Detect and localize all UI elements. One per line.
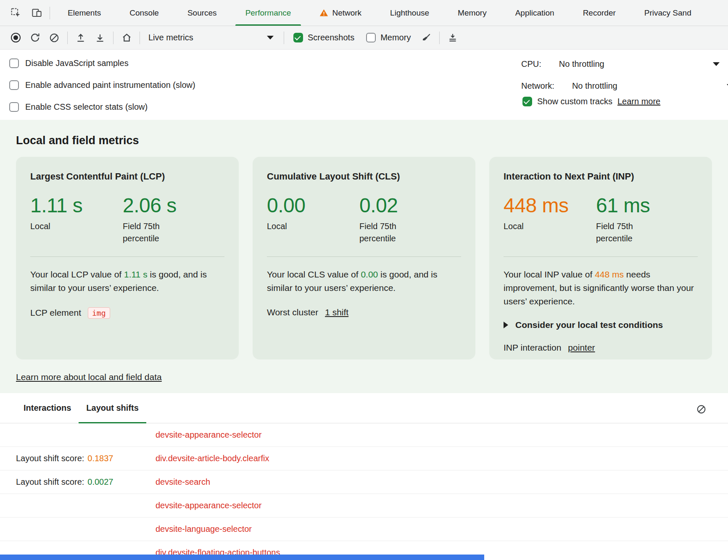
lcp-desc-value: 1.11 s (124, 269, 148, 279)
lcp-local-label: Local (30, 220, 123, 232)
network-throttling-row: Network: No throttling (521, 77, 728, 95)
cls-worst-cluster-link[interactable]: 1 shift (325, 307, 348, 317)
tab-label: Elements (68, 8, 101, 18)
tab-lighthouse[interactable]: Lighthouse (376, 0, 443, 26)
screenshots-checkbox[interactable] (293, 33, 303, 42)
cpu-throttling-row: CPU: No throttling (521, 55, 720, 73)
tab-sources[interactable]: Sources (173, 0, 231, 26)
log-tab-bar: Interactions Layout shifts (0, 393, 728, 423)
css-selector-stats-checkbox[interactable] (9, 102, 19, 112)
tab-memory[interactable]: Memory (443, 0, 501, 26)
memory-checkbox[interactable] (366, 33, 376, 42)
element-link[interactable]: devsite-appearance-selector (156, 430, 261, 440)
tab-elements[interactable]: Elements (53, 0, 115, 26)
clear-button[interactable] (45, 29, 64, 47)
inspect-element-button[interactable] (6, 4, 25, 22)
layout-shift-row[interactable]: Layout shift score:0.0027 devsite-search (0, 470, 728, 494)
tabbar-icon-group (0, 0, 46, 26)
tab-network[interactable]: Network (305, 0, 376, 26)
tab-label: Sources (187, 8, 217, 18)
lcp-local-value: 1.11 s (30, 195, 123, 217)
memory-toggle[interactable]: Memory (366, 33, 411, 42)
advanced-paint-checkbox[interactable] (9, 80, 19, 90)
lcp-field-label: Field 75th percentile (123, 220, 181, 245)
lcp-element-node-link[interactable]: img (88, 307, 110, 319)
learn-more-link[interactable]: Learn more (617, 97, 660, 106)
expander-label: Consider your local test conditions (515, 320, 663, 330)
tab-label: Network (332, 8, 361, 18)
advanced-paint-label: Enable advanced paint instrumentation (s… (25, 80, 195, 90)
local-test-conditions-expander[interactable]: Consider your local test conditions (504, 320, 698, 330)
record-and-reload-button[interactable] (25, 29, 45, 47)
cls-desc-value: 0.00 (361, 269, 378, 279)
live-metrics-log: Interactions Layout shifts devsite-appea… (0, 393, 728, 560)
block-icon (49, 32, 60, 43)
element-link[interactable]: devsite-language-selector (156, 524, 252, 534)
capture-settings-panel: Disable JavaScript samples Enable advanc… (0, 50, 728, 120)
learn-more-local-field-link[interactable]: Learn more about local and field data (16, 372, 162, 382)
lcp-field-value: 2.06 s (123, 195, 181, 217)
inp-local-label: Local (504, 220, 596, 232)
tab-performance[interactable]: Performance (231, 0, 306, 26)
gc-brush-button[interactable] (417, 29, 436, 47)
tab-privacy-sandbox[interactable]: Privacy Sand (630, 0, 706, 26)
network-throttling-select[interactable]: No throttling (572, 81, 617, 91)
element-link[interactable]: div.devsite-article-body.clearfix (156, 454, 269, 463)
download-icon (95, 32, 106, 43)
tab-label: Application (515, 8, 554, 18)
tab-application[interactable]: Application (501, 0, 569, 26)
divider (30, 256, 224, 257)
inp-local-value: 448 ms (504, 195, 596, 217)
show-custom-tracks-row[interactable]: Show custom tracks Learn more (522, 97, 660, 106)
cpu-throttling-select[interactable]: No throttling (559, 59, 604, 69)
inp-field-label: Field 75th percentile (596, 220, 654, 245)
layout-shift-row[interactable]: devsite-appearance-selector (0, 494, 728, 518)
separator (439, 32, 440, 44)
element-link[interactable]: devsite-search (156, 477, 210, 487)
lcp-description: Your local LCP value of 1.11 s is good, … (30, 268, 224, 295)
layout-shift-score: Layout shift score:0.1837 (16, 454, 156, 463)
upload-icon (75, 32, 86, 43)
clear-log-button[interactable] (694, 402, 709, 417)
device-toolbar-icon (31, 7, 42, 18)
live-metrics-home-button[interactable] (117, 29, 136, 47)
screenshots-toggle[interactable]: Screenshots (293, 33, 354, 42)
lcp-desc-text: Your local LCP value of (30, 269, 124, 279)
bottom-selection-bar (0, 555, 484, 560)
record-button[interactable] (6, 29, 25, 47)
inp-interaction-link[interactable]: pointer (568, 343, 595, 353)
cls-desc-text: Your local CLS value of (267, 269, 361, 279)
lcp-field-column: 2.06 s Field 75th percentile (123, 195, 181, 245)
tab-console[interactable]: Console (115, 0, 173, 26)
element-link[interactable]: devsite-appearance-selector (156, 501, 261, 510)
layout-shift-row[interactable]: devsite-appearance-selector (0, 423, 728, 447)
tab-label: Performance (245, 8, 291, 18)
reload-icon (29, 32, 41, 43)
show-custom-tracks-checkbox[interactable] (522, 97, 532, 106)
layout-shift-row[interactable]: Layout shift score:0.1837 div.devsite-ar… (0, 447, 728, 470)
live-metrics-dropdown[interactable]: Live metrics (143, 29, 280, 47)
lcp-element-row: LCP element img (30, 307, 224, 319)
cls-local-label: Local (267, 220, 359, 232)
device-toolbar-button[interactable] (27, 4, 46, 22)
inp-card-title: Interaction to Next Paint (INP) (504, 171, 698, 182)
divider (267, 256, 461, 257)
tab-label: Console (129, 8, 159, 18)
tab-interactions[interactable]: Interactions (16, 393, 79, 423)
css-selector-stats-label: Enable CSS selector stats (slow) (25, 102, 148, 112)
load-profile-button[interactable] (71, 29, 90, 47)
tab-recorder[interactable]: Recorder (569, 0, 630, 26)
metric-cards: Largest Contentful Paint (LCP) 1.11 s Lo… (16, 157, 712, 359)
collect-garbage-button[interactable] (443, 29, 462, 47)
tab-layout-shifts[interactable]: Layout shifts (79, 393, 146, 423)
inp-field-column: 61 ms Field 75th percentile (596, 195, 654, 245)
tab-label: Privacy Sand (644, 8, 691, 18)
score-label: Layout shift score: (16, 454, 84, 463)
disable-js-samples-checkbox[interactable] (9, 58, 19, 68)
chevron-down-icon[interactable] (713, 62, 720, 66)
metrics-heading: Local and field metrics (16, 134, 139, 147)
save-profile-button[interactable] (90, 29, 110, 47)
collect-garbage-icon (447, 32, 458, 43)
layout-shift-row[interactable]: devsite-language-selector (0, 518, 728, 541)
lcp-element-label: LCP element (30, 308, 81, 318)
